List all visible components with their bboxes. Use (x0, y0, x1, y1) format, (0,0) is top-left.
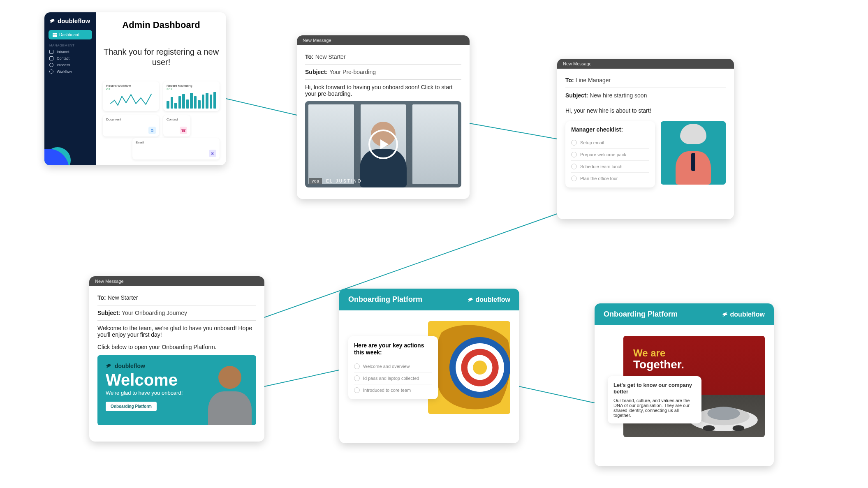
sidebar-item-dashboard[interactable]: Dashboard (49, 30, 92, 39)
widget-recent-workflow[interactable]: Recent Workflow 2.3 (103, 81, 159, 111)
email-subject: Subject: Your Pre-boarding (305, 69, 461, 75)
checklist-item[interactable]: Plan the office tour (571, 173, 649, 184)
video-caption: voa EL JUSTINO (309, 178, 362, 184)
checkbox-icon (571, 164, 577, 169)
svg-line-0 (226, 99, 297, 115)
checkbox-icon (354, 387, 360, 393)
brand-logo: doubleflow (44, 12, 96, 24)
email-to: To: New Starter (305, 53, 461, 60)
divider (97, 305, 256, 305)
contact-icon: ☎ (180, 127, 187, 134)
divider (565, 88, 726, 88)
email-body: Hi, your new hire is about to start! (565, 107, 726, 114)
sidebar-item-intranet[interactable]: Intranet (49, 50, 91, 54)
sidebar-section-label: Management (49, 44, 91, 47)
banner-subtitle: We're glad to have you onboard! (106, 390, 248, 396)
svg-line-4 (519, 386, 595, 403)
svg-point-9 (473, 361, 487, 375)
bird-icon (468, 297, 473, 303)
checklist-item[interactable]: Schedule team lunch (571, 161, 649, 173)
widget-title: Recent Marketing (167, 84, 216, 88)
checklist-item-label: Prepare welcome pack (580, 152, 626, 157)
brand-name: doubleflow (58, 17, 90, 24)
widget-email[interactable]: Email ✉ (132, 138, 220, 160)
caption-text: EL JUSTINO (326, 179, 362, 183)
checklist-item[interactable]: Setup email (571, 137, 649, 149)
preboarding-email-card: New Message To: New Starter Subject: You… (297, 35, 470, 199)
target-image (428, 321, 510, 414)
sidebar-item-label: Contact (57, 56, 69, 60)
manager-checklist: Manager checklist: Setup emailPrepare we… (565, 121, 655, 187)
sidebar-item-label: Intranet (57, 50, 69, 54)
svg-point-14 (733, 425, 745, 431)
divider (565, 103, 726, 103)
process-icon (49, 63, 53, 67)
widget-contact[interactable]: Contact ☎ (163, 115, 190, 136)
widget-recent-marketing[interactable]: Recent Marketing 27.1 (163, 81, 220, 111)
sidebar-item-process[interactable]: Process (49, 63, 91, 67)
email-body-2: Click below to open your Onboarding Plat… (97, 344, 256, 350)
culture-popover: Let's get to know our company better Our… (608, 376, 701, 423)
bar-chart (167, 92, 216, 109)
checklist-item[interactable]: Welcome and overview (354, 361, 432, 372)
widget-title: Contact (167, 118, 187, 121)
document-icon: 🗎 (148, 127, 156, 134)
video-thumbnail[interactable]: voa EL JUSTINO (305, 101, 461, 187)
email-icon: ✉ (209, 150, 216, 157)
open-platform-button[interactable]: Onboarding Platform (106, 402, 157, 411)
tie (691, 153, 695, 171)
widget-document[interactable]: Document 🗎 (103, 115, 159, 136)
email-subject: Subject: Your Onboarding Journey (97, 310, 256, 316)
sidebar-item-label: Workflow (57, 69, 72, 74)
banner-brand-name: doubleflow (115, 363, 145, 369)
checkbox-icon (571, 140, 577, 146)
onboarding-platform-culture-card: Onboarding Platform doubleflow We are To… (595, 303, 774, 466)
sidebar-item-label: Dashboard (59, 32, 79, 37)
email-header: New Message (557, 59, 734, 69)
brand-name: doubleflow (476, 296, 510, 303)
sidebar-item-workflow[interactable]: Workflow (49, 69, 91, 74)
divider (305, 79, 461, 80)
caption-tag: voa (309, 178, 322, 184)
bullseye-icon (434, 324, 510, 411)
onboarding-email-card: New Message To: New Starter Subject: You… (89, 276, 264, 442)
widget-title: Email (136, 141, 216, 144)
checklist-item-label: Setup email (580, 140, 604, 145)
sidebar: doubleflow Dashboard Management Intranet… (44, 12, 96, 165)
brand-name: doubleflow (730, 311, 765, 318)
widget-meta: 27.1 (167, 88, 216, 90)
divider (97, 320, 256, 321)
grid-icon (53, 33, 57, 37)
checklist-item[interactable]: Prepare welcome pack (571, 149, 649, 161)
page-icon (49, 50, 53, 54)
hero-line-2: Together. (633, 358, 755, 371)
dashboard-main: Admin Dashboard Thank you for registerin… (96, 12, 226, 165)
checklist-item-label: Introduced to core team (363, 388, 411, 393)
checklist-item-label: Schedule team lunch (580, 164, 623, 169)
brand-logo: doubleflow (722, 311, 765, 318)
banner-title: Welcome (106, 372, 248, 388)
contact-icon (49, 56, 53, 60)
checklist-item[interactable]: Id pass and laptop collected (354, 372, 432, 384)
confirmation-message: Thank you for registering a new user! (103, 47, 220, 67)
email-header: New Message (89, 276, 264, 286)
bird-icon (49, 18, 55, 24)
sidebar-item-contact[interactable]: Contact (49, 56, 91, 60)
page-title: Admin Dashboard (103, 20, 220, 30)
email-body-1: Welcome to the team, we're glad to have … (97, 325, 256, 338)
checkbox-icon (571, 152, 577, 157)
checklist-item-label: Welcome and overview (363, 364, 410, 369)
play-icon (368, 130, 398, 159)
platform-header: Onboarding Platform doubleflow (595, 303, 774, 325)
widget-meta: 2.3 (106, 88, 156, 90)
checklist-item-label: Plan the office tour (580, 176, 618, 181)
hero-line-1: We are (633, 347, 755, 359)
bird-icon (106, 363, 111, 369)
checklist-item[interactable]: Introduced to core team (354, 384, 432, 396)
sidebar-item-label: Process (57, 63, 70, 67)
welcome-banner: doubleflow Welcome We're glad to have yo… (97, 355, 256, 425)
popover-body: Our brand, culture, and values are the D… (613, 398, 696, 418)
hair (680, 124, 706, 144)
email-body: Hi, look forward to having you onboard s… (305, 84, 461, 97)
email-header: New Message (297, 35, 470, 45)
